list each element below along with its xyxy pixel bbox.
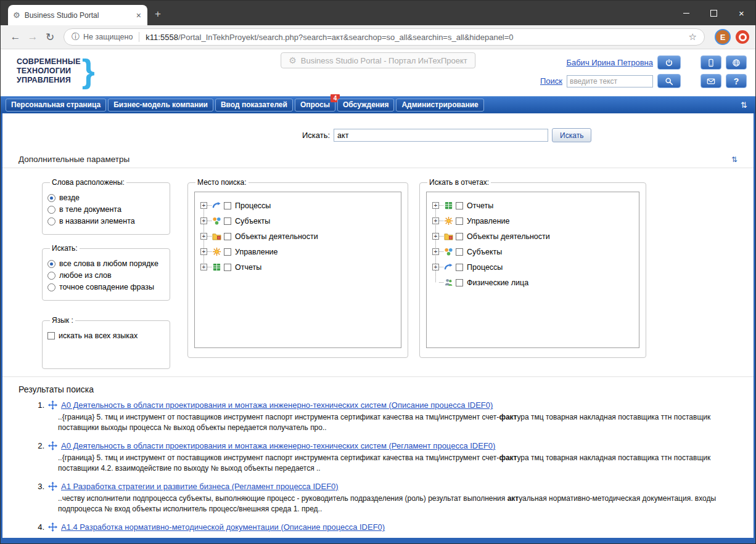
expand-icon[interactable]: + [432, 202, 439, 209]
search-scope-tree: + Процессы + Субъекты + [194, 192, 401, 348]
radio-row: в теле документа [47, 205, 165, 214]
result-link[interactable]: A0 Деятельность в области проектирования… [61, 441, 495, 450]
profile-avatar[interactable]: E [715, 29, 731, 45]
browser-tab[interactable]: ⚙ Business Studio Portal × [8, 5, 147, 25]
window-close-button[interactable]: × [728, 1, 755, 25]
checkbox-row: искать на всех языках [47, 331, 165, 340]
language-group: Язык : искать на всех языках [42, 316, 170, 369]
tree-checkbox[interactable] [456, 217, 463, 225]
page-info-icon[interactable]: ⓘ [72, 31, 80, 43]
header-search-input[interactable] [567, 75, 653, 87]
radio-label: везде [59, 193, 80, 202]
tree-item-label: Объекты деятельности [235, 232, 318, 241]
header-search-link[interactable]: Поиск [540, 76, 562, 86]
back-button[interactable]: ← [7, 28, 24, 46]
user-profile-link[interactable]: Бабич Ирина Петровна [566, 58, 653, 67]
new-tab-button[interactable]: + [155, 8, 161, 20]
main-menu: Персональная страница Бизнес-модель комп… [1, 96, 755, 113]
expand-icon[interactable]: + [200, 264, 207, 270]
forward-button[interactable]: → [24, 28, 41, 46]
radio-row: точное совпадение фразы [47, 283, 165, 291]
address-bar[interactable]: ⓘ Не защищено k11:5558/Portal_InTekhProy… [64, 28, 705, 46]
result-link[interactable]: A1.4 Разработка нормативно-методической … [61, 522, 385, 532]
menu-item-administration[interactable]: Администрирование [396, 99, 483, 112]
tree-checkbox[interactable] [456, 248, 463, 256]
main-search-button[interactable]: Искать [552, 128, 591, 142]
result-link[interactable]: A1 Разработка стратегии и развитие бизне… [61, 482, 339, 491]
collapse-params-icon[interactable]: ⇅ [731, 155, 738, 164]
tree-checkbox[interactable] [456, 264, 463, 271]
mail-button[interactable] [701, 74, 721, 88]
radio-in-document-body[interactable] [47, 206, 55, 214]
snippet-text: ..{граница} 5. тмц и инструмент от поста… [58, 453, 499, 462]
menu-item-surveys[interactable]: Опросы4 [295, 99, 335, 112]
language-button[interactable] [726, 55, 747, 70]
logo-line: ТЕХНОЛОГИИ [17, 67, 81, 76]
search-result: 2. A0 Деятельность в области проектирова… [2, 441, 754, 473]
expand-icon[interactable]: + [200, 217, 207, 224]
tree-checkbox[interactable] [456, 202, 463, 209]
globe-icon [732, 59, 741, 67]
mobile-version-button[interactable] [701, 55, 721, 70]
close-icon: × [739, 9, 744, 18]
tree-checkbox[interactable] [224, 217, 231, 225]
tree-item-label: Отчеты [235, 263, 261, 272]
logout-button[interactable] [657, 55, 681, 70]
tree-connector [439, 251, 443, 252]
checkbox-label: искать на всех языках [59, 331, 138, 340]
search-icon [665, 77, 673, 86]
radio-exact-phrase[interactable] [47, 283, 55, 291]
search-scope-group: Место поиска: + Процессы + Субъе [187, 178, 408, 358]
expand-icon[interactable]: + [432, 217, 439, 224]
tree-checkbox[interactable] [224, 202, 231, 209]
main-search-input[interactable] [334, 129, 548, 142]
url-divider [139, 32, 139, 42]
maximize-icon [710, 10, 717, 17]
phone-icon [707, 59, 715, 67]
search-scope-legend: Место поиска: [195, 178, 249, 187]
radio-row: везде [47, 193, 165, 202]
tree-checkbox[interactable] [224, 264, 231, 271]
bookmark-star-icon[interactable]: ☆ [689, 31, 697, 43]
menu-item-discussions[interactable]: Обсуждения [337, 99, 395, 112]
radio-any-word[interactable] [47, 272, 55, 280]
reload-button[interactable]: ↻ [41, 28, 59, 46]
all-languages-checkbox[interactable] [47, 332, 55, 339]
window-minimize-button[interactable] [672, 1, 700, 25]
expand-icon[interactable]: + [200, 233, 207, 240]
tree-checkbox[interactable] [456, 233, 463, 240]
tree-item-label: Физические лица [467, 278, 528, 287]
search-result: 3. A1 Разработка стратегии и развитие би… [2, 482, 754, 514]
main-search-form: Искать: Искать [302, 128, 754, 142]
radio-in-element-name[interactable] [47, 217, 55, 225]
header-search-button[interactable] [657, 74, 681, 88]
tree-item: + Управление [199, 244, 397, 259]
hide-panel-icon[interactable]: ⇅ [738, 100, 750, 110]
menu-item-surveys-label: Опросы [300, 100, 330, 109]
result-head: 3. A1 Разработка стратегии и развитие би… [35, 482, 754, 491]
radio-label: любое из слов [59, 271, 112, 280]
results-title: Результаты поиска [18, 384, 754, 394]
menu-item-personal-page[interactable]: Персональная страница [6, 99, 106, 112]
tree-checkbox[interactable] [456, 279, 463, 286]
expand-icon[interactable]: + [200, 202, 207, 209]
tree-checkbox[interactable] [224, 248, 231, 256]
expand-icon[interactable]: + [200, 248, 207, 255]
company-logo[interactable]: СОВРЕМЕННЫЕ ТЕХНОЛОГИИ УПРАВЛЕНИЯ } [17, 57, 95, 85]
tree-connector [439, 236, 443, 237]
window-maximize-button[interactable] [700, 1, 728, 25]
menu-item-indicators[interactable]: Ввод показателей [215, 99, 293, 112]
radio-row: все слова в любом порядке [47, 259, 165, 268]
radio-all-words[interactable] [47, 260, 55, 268]
expand-icon[interactable]: + [432, 248, 439, 255]
tab-close-icon[interactable]: × [135, 10, 142, 20]
expand-icon[interactable]: + [432, 264, 439, 270]
tree-checkbox[interactable] [224, 233, 231, 240]
menu-item-business-model[interactable]: Бизнес-модель компании [108, 99, 213, 112]
expand-icon[interactable]: + [432, 233, 439, 240]
browser-alert-icon[interactable] [736, 30, 749, 44]
process-diagram-icon [48, 522, 57, 532]
help-button[interactable]: ? [726, 74, 747, 88]
result-link[interactable]: A0 Деятельность в области проектирования… [61, 400, 493, 410]
radio-everywhere[interactable] [47, 194, 55, 202]
